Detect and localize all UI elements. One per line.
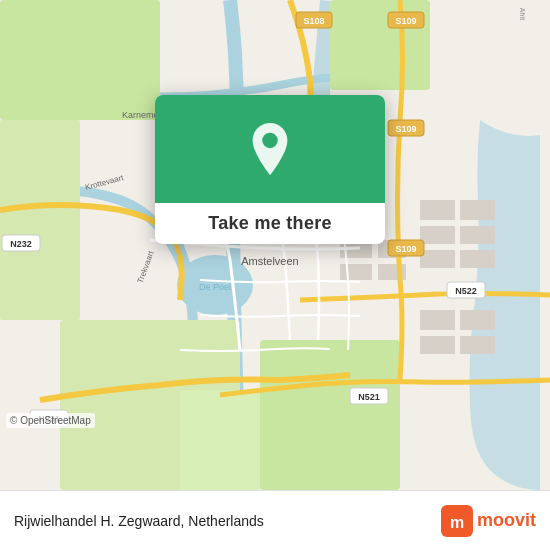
svg-rect-19 [420, 200, 455, 220]
svg-rect-21 [420, 226, 455, 244]
svg-text:Afrit: Afrit [519, 8, 526, 21]
bottom-bar: Rijwielhandel H. Zegwaard, Netherlands m… [0, 490, 550, 550]
svg-text:Amstelveen: Amstelveen [241, 255, 298, 267]
svg-rect-24 [460, 250, 495, 268]
svg-rect-28 [460, 336, 495, 354]
svg-rect-22 [460, 226, 495, 244]
svg-text:N522: N522 [455, 286, 477, 296]
svg-text:S108: S108 [303, 16, 324, 26]
osm-credit: © OpenStreetMap [6, 413, 95, 428]
svg-rect-8 [180, 390, 260, 490]
location-label: Rijwielhandel H. Zegwaard, Netherlands [14, 513, 264, 529]
svg-text:S109: S109 [395, 16, 416, 26]
svg-text:N521: N521 [358, 392, 380, 402]
svg-rect-20 [460, 200, 495, 220]
popup-card: Take me there [155, 95, 385, 244]
svg-rect-3 [0, 0, 160, 120]
svg-rect-25 [420, 310, 455, 330]
svg-text:N232: N232 [10, 239, 32, 249]
moovit-icon: m [441, 505, 473, 537]
svg-point-51 [262, 133, 277, 148]
svg-rect-27 [420, 336, 455, 354]
popup-green-area [155, 95, 385, 203]
svg-text:m: m [450, 514, 464, 531]
take-me-there-button[interactable]: Take me there [208, 213, 332, 234]
moovit-text: moovit [477, 510, 536, 531]
svg-rect-7 [260, 340, 400, 490]
svg-rect-23 [420, 250, 455, 268]
svg-rect-4 [0, 120, 80, 320]
svg-rect-17 [340, 264, 372, 280]
popup-button-area[interactable]: Take me there [155, 203, 385, 244]
moovit-logo: m moovit [441, 505, 536, 537]
location-pin-icon [246, 123, 294, 181]
svg-rect-26 [460, 310, 495, 330]
map-container: N232 N231 S108 S109 S109 S109 N522 N521 … [0, 0, 550, 490]
svg-text:De Poel: De Poel [199, 282, 231, 292]
svg-text:S109: S109 [395, 124, 416, 134]
svg-text:S109: S109 [395, 244, 416, 254]
